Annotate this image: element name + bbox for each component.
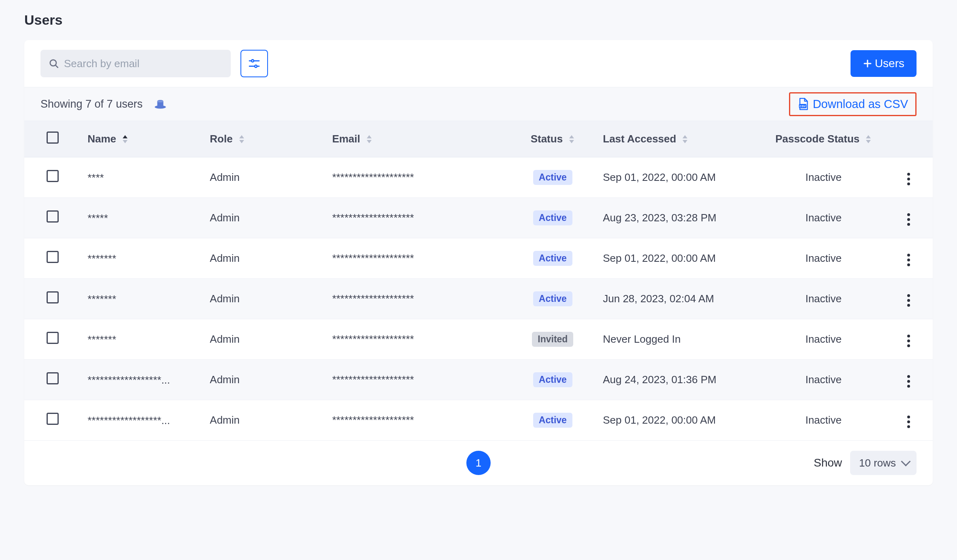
row-checkbox[interactable] — [47, 251, 59, 263]
col-header-name[interactable]: Name — [81, 121, 203, 157]
svg-point-9 — [157, 100, 164, 102]
row-actions-menu[interactable] — [903, 331, 914, 351]
table-row: ******************...Admin**************… — [24, 360, 933, 400]
cell-email: ******************** — [332, 293, 414, 305]
cell-email: ******************** — [332, 373, 414, 386]
svg-marker-15 — [239, 140, 244, 143]
cell-role: Admin — [210, 414, 240, 426]
users-card: Users Showing 7 of 7 users CSV Download … — [24, 40, 933, 485]
toolbar: Users — [24, 40, 933, 87]
select-all-checkbox[interactable] — [47, 132, 59, 144]
rows-per-page-select[interactable]: 10 rows — [850, 451, 917, 475]
status-badge: Active — [533, 291, 572, 306]
sort-icon — [238, 135, 245, 143]
cell-last-accessed: Aug 24, 2023, 01:36 PM — [603, 373, 716, 386]
table-row: ******************...Admin**************… — [24, 400, 933, 441]
cell-passcode-status: Inactive — [805, 252, 842, 264]
svg-marker-14 — [239, 135, 244, 138]
cell-role: Admin — [210, 171, 240, 183]
table-row: *******Admin********************InvitedN… — [24, 319, 933, 360]
showing-count: Showing 7 of 7 users — [40, 98, 142, 110]
status-badge: Active — [533, 413, 572, 428]
pagination-bar: 1 Show 10 rows — [24, 441, 933, 485]
sort-icon — [568, 135, 575, 143]
page-number-current[interactable]: 1 — [466, 451, 491, 475]
svg-marker-21 — [683, 140, 687, 143]
svg-marker-16 — [367, 135, 372, 138]
show-label: Show — [814, 456, 842, 469]
cell-name: ***** — [87, 212, 108, 225]
cell-last-accessed: Sep 01, 2022, 00:00 AM — [603, 171, 716, 183]
cell-name: ******************... — [87, 414, 170, 427]
cell-last-accessed: Sep 01, 2022, 00:00 AM — [603, 252, 716, 264]
cell-name: ******* — [87, 333, 116, 346]
svg-marker-18 — [569, 135, 574, 138]
row-actions-menu[interactable] — [903, 371, 914, 392]
download-csv-highlight: CSV Download as CSV — [789, 92, 917, 116]
cell-email: ******************** — [332, 414, 414, 426]
cell-last-accessed: Aug 23, 2023, 03:28 PM — [603, 212, 716, 224]
page-title: Users — [24, 12, 933, 28]
table-row: ****Admin********************ActiveSep 0… — [24, 157, 933, 198]
cell-passcode-status: Inactive — [805, 293, 842, 305]
col-header-last-accessed[interactable]: Last Accessed — [596, 121, 762, 157]
svg-marker-19 — [569, 140, 574, 143]
table-row: *******Admin********************ActiveSe… — [24, 238, 933, 279]
search-icon — [49, 58, 59, 69]
svg-line-1 — [55, 65, 57, 67]
row-checkbox[interactable] — [47, 413, 59, 425]
add-users-button[interactable]: Users — [851, 50, 917, 77]
svg-marker-20 — [683, 135, 687, 138]
cell-name: **** — [87, 172, 104, 184]
col-header-status[interactable]: Status — [509, 121, 596, 157]
plus-icon — [863, 59, 872, 68]
table-row: *****Admin********************ActiveAug … — [24, 198, 933, 238]
row-actions-menu[interactable] — [903, 250, 914, 270]
svg-text:CSV: CSV — [800, 104, 806, 108]
svg-marker-23 — [866, 140, 871, 143]
search-wrap[interactable] — [40, 50, 231, 77]
search-input[interactable] — [64, 57, 223, 70]
add-users-label: Users — [875, 57, 904, 70]
cell-name: ******* — [87, 252, 116, 265]
row-checkbox[interactable] — [47, 291, 59, 303]
row-actions-menu[interactable] — [903, 290, 914, 311]
cell-role: Admin — [210, 212, 240, 224]
svg-marker-22 — [866, 135, 871, 138]
cell-role: Admin — [210, 333, 240, 345]
row-actions-menu[interactable] — [903, 169, 914, 189]
cell-email: ******************** — [332, 171, 414, 183]
svg-marker-13 — [123, 140, 128, 143]
cell-email: ******************** — [332, 252, 414, 264]
cell-passcode-status: Inactive — [805, 414, 842, 426]
row-actions-menu[interactable] — [903, 412, 914, 432]
row-checkbox[interactable] — [47, 170, 59, 182]
col-header-role[interactable]: Role — [203, 121, 325, 157]
users-table: Name Role — [24, 121, 933, 441]
svg-marker-12 — [123, 135, 128, 138]
filter-button[interactable] — [240, 50, 268, 77]
meta-bar: Showing 7 of 7 users CSV Download as CSV — [24, 87, 933, 121]
cell-email: ******************** — [332, 333, 414, 345]
cell-role: Admin — [210, 373, 240, 386]
cell-passcode-status: Inactive — [805, 373, 842, 386]
col-header-passcode-status[interactable]: Passcode Status — [762, 121, 885, 157]
cell-last-accessed: Sep 01, 2022, 00:00 AM — [603, 414, 716, 426]
cell-name: ******* — [87, 293, 116, 305]
row-checkbox[interactable] — [47, 332, 59, 344]
row-checkbox[interactable] — [47, 210, 59, 223]
download-csv-link[interactable]: Download as CSV — [813, 98, 908, 111]
sort-icon — [122, 135, 128, 143]
svg-marker-17 — [367, 140, 372, 143]
status-badge: Active — [533, 251, 572, 266]
svg-point-3 — [251, 59, 254, 62]
sort-icon — [366, 135, 372, 143]
sort-icon — [865, 135, 872, 143]
cell-last-accessed: Never Logged In — [603, 333, 681, 345]
cell-passcode-status: Inactive — [805, 333, 842, 345]
col-header-email[interactable]: Email — [325, 121, 509, 157]
row-checkbox[interactable] — [47, 372, 59, 384]
table-row: *******Admin********************ActiveJu… — [24, 279, 933, 319]
row-actions-menu[interactable] — [903, 209, 914, 230]
cell-role: Admin — [210, 252, 240, 264]
